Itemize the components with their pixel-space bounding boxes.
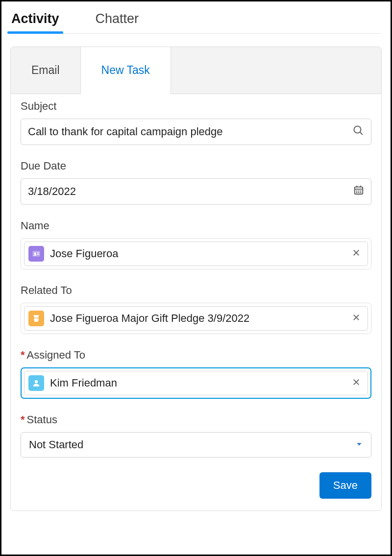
svg-rect-8: [360, 191, 362, 192]
caret-down-icon: [355, 438, 363, 451]
form-actions: Save: [21, 472, 371, 499]
sub-tabs: Email New Task: [11, 47, 381, 94]
assigned-to-remove-icon[interactable]: [352, 378, 361, 388]
status-value: Not Started: [29, 438, 83, 451]
assigned-to-pill: Kim Friedman: [24, 371, 368, 395]
name-pill-text: Jose Figueroa: [50, 247, 118, 260]
svg-point-13: [34, 252, 36, 254]
svg-rect-10: [358, 192, 360, 193]
due-date-input-wrap[interactable]: [21, 178, 371, 205]
label-name: Name: [21, 219, 371, 232]
label-due-date: Due Date: [21, 160, 371, 172]
related-to-pill: Jose Figueroa Major Gift Pledge 3/9/2022: [24, 306, 368, 331]
tab-activity[interactable]: Activity: [10, 8, 60, 33]
subject-input[interactable]: [28, 125, 352, 138]
subtab-email[interactable]: Email: [11, 47, 81, 94]
primary-tabs: Activity Chatter: [10, 8, 382, 34]
tab-chatter[interactable]: Chatter: [95, 8, 140, 33]
svg-rect-14: [37, 253, 39, 253]
svg-rect-11: [360, 192, 362, 193]
field-related-to: Related To Jose Figueroa Major Gift Pled…: [21, 284, 371, 334]
opportunity-icon: [28, 311, 44, 326]
svg-point-21: [35, 380, 38, 383]
save-button[interactable]: Save: [319, 472, 371, 499]
search-icon[interactable]: [352, 124, 364, 139]
svg-point-0: [354, 126, 361, 133]
label-subject: Subject: [21, 100, 371, 113]
label-status: Status: [21, 413, 371, 426]
svg-rect-7: [358, 191, 360, 192]
user-icon: [28, 375, 44, 391]
svg-rect-12: [33, 251, 40, 257]
label-related-to: Related To: [21, 284, 371, 297]
related-to-pill-text: Jose Figueroa Major Gift Pledge 3/9/2022: [50, 312, 249, 325]
contact-icon: [28, 246, 44, 262]
field-assigned-to: Assigned To Kim Friedman: [21, 349, 371, 399]
activity-panel: Email New Task Subject Due Date: [10, 47, 382, 511]
svg-line-1: [360, 132, 363, 135]
related-to-lookup[interactable]: Jose Figueroa Major Gift Pledge 3/9/2022: [21, 303, 371, 334]
field-status: Status Not Started: [21, 413, 371, 458]
field-due-date: Due Date: [21, 160, 371, 205]
subject-input-wrap[interactable]: [21, 119, 371, 145]
assigned-to-pill-text: Kim Friedman: [50, 377, 117, 389]
svg-rect-15: [37, 254, 39, 254]
name-remove-icon[interactable]: [352, 248, 361, 259]
svg-rect-18: [34, 317, 38, 318]
subtab-new-task[interactable]: New Task: [81, 47, 171, 94]
calendar-icon[interactable]: [353, 185, 364, 198]
due-date-input[interactable]: [28, 185, 353, 198]
label-assigned-to: Assigned To: [21, 349, 371, 362]
name-lookup[interactable]: Jose Figueroa: [21, 238, 371, 269]
status-select[interactable]: Not Started: [21, 432, 371, 458]
svg-rect-9: [356, 192, 358, 193]
svg-rect-6: [356, 191, 358, 192]
related-to-remove-icon[interactable]: [352, 313, 361, 324]
name-pill: Jose Figueroa: [24, 242, 368, 266]
field-subject: Subject: [21, 100, 371, 145]
assigned-to-lookup[interactable]: Kim Friedman: [21, 367, 371, 399]
field-name: Name Jose Figueroa: [21, 219, 371, 269]
new-task-form: Subject Due Date: [11, 94, 381, 510]
